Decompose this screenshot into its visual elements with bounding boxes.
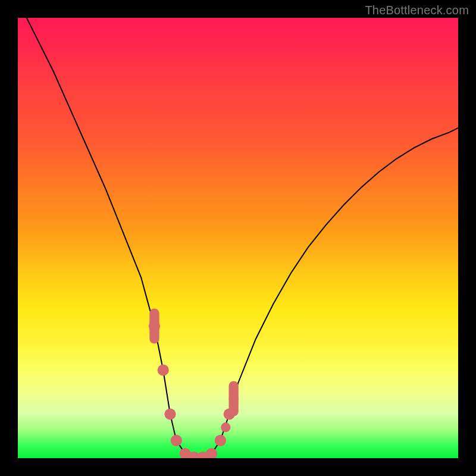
marker-dot <box>164 408 176 419</box>
chart-svg <box>18 18 458 458</box>
marker-dot <box>158 364 169 375</box>
marker-dot <box>215 435 226 446</box>
chart-frame: TheBottleneck.com <box>0 0 476 476</box>
marker-dot <box>221 422 230 432</box>
plot-area <box>18 18 458 458</box>
watermark-text: TheBottleneck.com <box>365 4 469 17</box>
marker-dot <box>171 435 182 446</box>
marker-dot <box>206 448 217 458</box>
marker-dot <box>229 394 239 403</box>
marker-group <box>149 308 239 458</box>
marker-dot <box>149 320 160 331</box>
marker-dot <box>224 408 235 419</box>
